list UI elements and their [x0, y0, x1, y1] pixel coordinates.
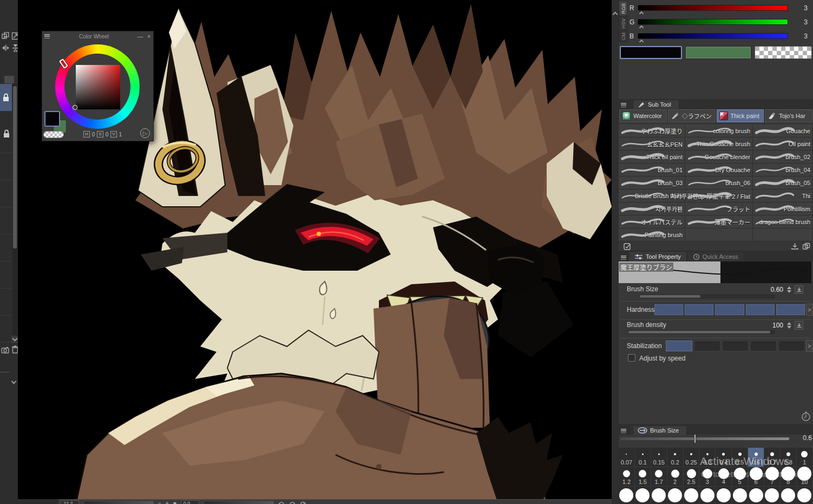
tab-rough-pen[interactable]: ◇ラフペン: [668, 109, 716, 122]
subtool-panel-tab[interactable]: Sub Tool: [633, 100, 679, 109]
tab-hsv[interactable]: HSV: [619, 16, 628, 31]
segment[interactable]: [750, 341, 777, 351]
collapse-horizontal-icon[interactable]: [1, 43, 10, 53]
zoom-in-button[interactable]: +: [166, 500, 169, 504]
left-scrollbar[interactable]: [12, 84, 17, 344]
brush-item[interactable]: brush_02: [753, 150, 813, 163]
fit-screen-button[interactable]: ■: [173, 500, 176, 504]
size-preset[interactable]: [699, 487, 716, 504]
size-preset-2[interactable]: 2: [667, 467, 684, 487]
size-preset-0.2[interactable]: 0.2: [667, 448, 684, 467]
size-preset-0.07[interactable]: 0.07: [619, 448, 635, 467]
brush-size-panel-slider[interactable]: [620, 437, 789, 440]
maincolor-swatch[interactable]: [44, 111, 60, 127]
reset-timer-icon[interactable]: [801, 411, 811, 421]
size-preset[interactable]: [764, 487, 781, 504]
brush-density-value[interactable]: 100: [772, 322, 783, 329]
import-download-icon[interactable]: [790, 242, 799, 250]
brush-item[interactable]: 薄墨マーカー: [685, 215, 753, 228]
g-slider-thumb[interactable]: [640, 26, 643, 29]
brush-item[interactable]: Thick oil paint: [619, 150, 685, 163]
size-preset[interactable]: [732, 487, 748, 504]
size-preset[interactable]: [781, 487, 797, 504]
rotation-value[interactable]: 0.0: [181, 500, 199, 504]
sv-marker[interactable]: [73, 105, 77, 110]
size-preset[interactable]: [651, 487, 667, 504]
segment[interactable]: [666, 341, 692, 351]
b-value[interactable]: 3: [804, 32, 808, 40]
zoom-out-button[interactable]: −: [158, 500, 161, 504]
brush-size-slider[interactable]: [639, 294, 775, 298]
lock-icon[interactable]: [2, 129, 11, 138]
size-preset-0.15[interactable]: 0.15: [651, 448, 667, 467]
brush-item[interactable]: Thi: [753, 189, 813, 202]
brush-item[interactable]: [685, 228, 753, 241]
transparent-color-swatch[interactable]: [755, 46, 812, 59]
rotate-ccw-icon[interactable]: [278, 500, 285, 504]
b-slider[interactable]: [638, 33, 788, 39]
size-preset-1.2[interactable]: 1.2: [619, 467, 635, 487]
brush-item[interactable]: やわふわ厚塗り: [619, 125, 685, 138]
brush-item[interactable]: Gouache: [753, 125, 813, 138]
brush-item[interactable]: brush_06: [685, 176, 753, 189]
segment[interactable]: [715, 304, 744, 315]
check-edit-icon[interactable]: [623, 242, 632, 250]
size-preset[interactable]: [667, 487, 684, 504]
brush-item[interactable]: brush_01: [619, 163, 685, 176]
size-preset-1.5[interactable]: 1.5: [635, 467, 651, 487]
main-color-swatch[interactable]: [620, 46, 682, 59]
size-preset-1[interactable]: 1: [797, 448, 813, 467]
tab-tool-property[interactable]: Tool Property: [628, 251, 687, 261]
panel-splitter[interactable]: [612, 0, 619, 504]
color-wheel-menu-icon[interactable]: [42, 32, 52, 40]
size-preset-2.5[interactable]: 2.5: [684, 467, 700, 487]
segment[interactable]: [746, 304, 775, 315]
r-value[interactable]: 3: [804, 4, 808, 12]
brush-density-slider[interactable]: [628, 330, 775, 334]
brush-item[interactable]: brush_05: [753, 176, 813, 189]
close-button[interactable]: ×: [145, 33, 153, 40]
g-slider[interactable]: [638, 19, 788, 25]
brush-item[interactable]: Oil paint: [753, 138, 813, 150]
play-icon[interactable]: ▷: [140, 128, 150, 138]
brush-item[interactable]: Painting brush: [619, 228, 685, 241]
tab-thick-paint[interactable]: Thick paint: [717, 109, 764, 122]
size-preset[interactable]: [619, 487, 635, 504]
g-value[interactable]: 3: [804, 18, 808, 26]
size-preset[interactable]: [716, 487, 732, 504]
duplicate-icon[interactable]: [802, 242, 811, 250]
adjust-by-speed-checkbox[interactable]: [628, 354, 635, 362]
rotation-slider[interactable]: [204, 501, 274, 504]
tab-watercolor[interactable]: Watercolor: [619, 109, 667, 122]
rotate-cw-icon[interactable]: [289, 500, 296, 504]
brush-item[interactable]: Dry Gouache: [685, 163, 753, 176]
segment[interactable]: [694, 341, 720, 351]
brush-item[interactable]: Pointillism: [753, 202, 813, 215]
brush-size-panel-value[interactable]: 0.6: [803, 434, 812, 442]
reset-view-icon[interactable]: [300, 500, 306, 504]
brush-size-register-button[interactable]: [795, 285, 803, 294]
size-preset-0.1[interactable]: 0.1: [635, 448, 651, 467]
brush-size-slider-handle[interactable]: [694, 434, 696, 443]
size-preset[interactable]: [635, 487, 651, 504]
brush-item[interactable]: coloring brush: [685, 125, 753, 138]
transform-copy-icon[interactable]: [1, 31, 10, 41]
scrollbar-down-arrow[interactable]: [11, 336, 18, 343]
subtool-menu-icon[interactable]: [619, 101, 628, 109]
brush-item[interactable]: brush_04: [753, 163, 813, 176]
zoom-value[interactable]: 22.2: [61, 500, 79, 504]
tab-rgb[interactable]: RGB: [619, 1, 628, 16]
brush-item[interactable]: フラット: [685, 202, 753, 215]
segment[interactable]: [776, 304, 805, 315]
saturation-value-square[interactable]: [76, 65, 120, 109]
segment[interactable]: [685, 304, 713, 315]
r-slider-thumb[interactable]: [640, 12, 643, 15]
transparent-swatch[interactable]: [43, 131, 64, 138]
brush-size-menu-icon[interactable]: [619, 427, 628, 435]
r-slider[interactable]: [638, 5, 788, 11]
segment[interactable]: [654, 304, 683, 315]
brush-density-register-button[interactable]: [795, 321, 803, 330]
color-wheel-titlebar[interactable]: Color Wheel — ×: [42, 31, 153, 41]
brush-item[interactable]: [753, 228, 813, 241]
stabilization-expand-button[interactable]: >: [806, 340, 813, 352]
